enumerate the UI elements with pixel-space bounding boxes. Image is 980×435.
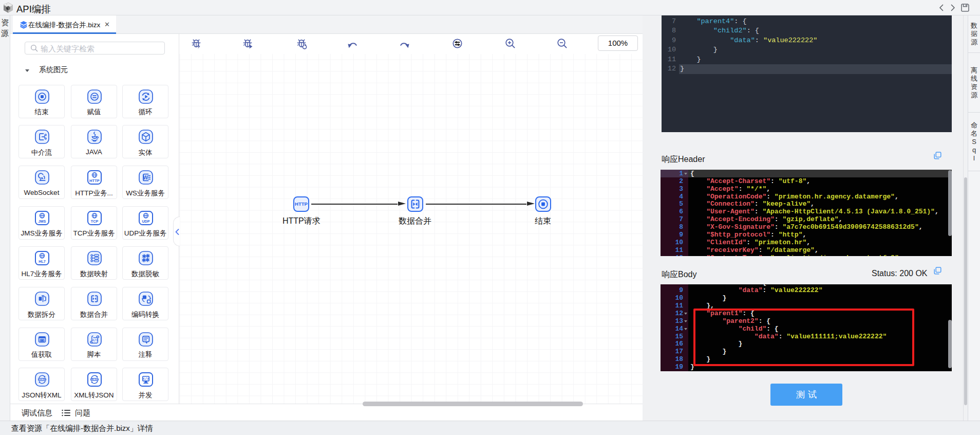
svg-text:TCP: TCP <box>91 219 99 223</box>
svg-text:</>: </> <box>92 338 99 342</box>
svg-text:Json-XML: Json-XML <box>38 379 46 381</box>
svg-text:UDP: UDP <box>142 219 149 223</box>
svg-text:HTTP: HTTP <box>89 178 100 183</box>
svg-text:W: W <box>143 175 148 180</box>
svg-text:HL7: HL7 <box>39 259 46 264</box>
svg-text:</>: </> <box>143 377 149 381</box>
svg-text:XML-Json: XML-Json <box>90 379 99 381</box>
svg-text:JMS: JMS <box>39 219 46 223</box>
